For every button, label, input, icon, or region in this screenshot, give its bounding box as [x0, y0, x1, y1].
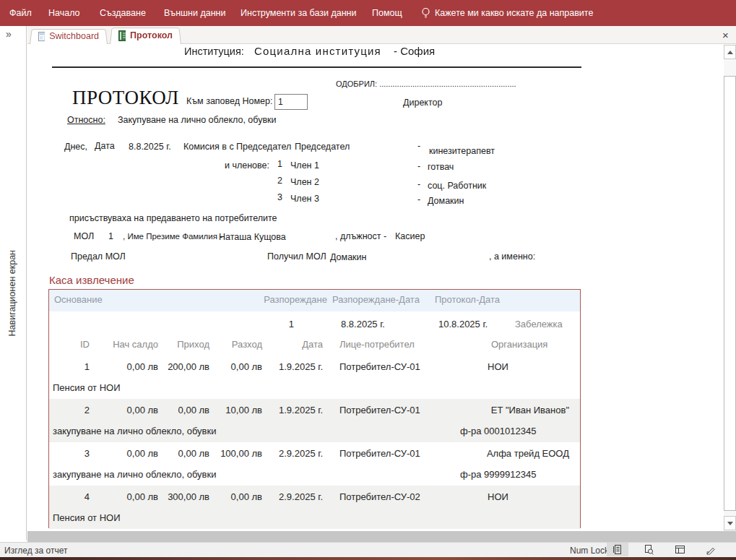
scroll-down-button[interactable] — [724, 516, 736, 530]
order-number[interactable]: 1 — [265, 319, 294, 329]
ribbon-tab-db-tools[interactable]: Инструменти за бази данни — [241, 8, 356, 18]
order-number-input[interactable]: 1 — [274, 94, 308, 110]
col-person: Лице-потребител — [339, 339, 415, 350]
member-role[interactable]: соц. Работник — [428, 181, 486, 191]
report-icon — [118, 30, 126, 41]
member-role[interactable]: Домакин — [428, 196, 464, 206]
order-date[interactable]: 8.8.2025 г. — [341, 319, 385, 329]
col-expense: Разход — [213, 339, 262, 350]
cell-id: 4 — [71, 491, 90, 502]
today-date[interactable]: 8.8.2025 г. — [129, 142, 171, 152]
numlock-indicator: Num Lock — [556, 546, 609, 556]
member-role[interactable]: готвач — [428, 162, 454, 172]
member-name[interactable]: Член 2 — [290, 177, 319, 187]
tab-protokol-label: Протокол — [130, 30, 173, 40]
cell-expense: 10,00 лв — [213, 405, 262, 415]
member-name[interactable]: Член 3 — [290, 194, 319, 204]
report-view-icon — [612, 544, 623, 555]
cell-organization: Алфа трейд ЕООД — [404, 448, 569, 459]
approved-label: ОДОБРИЛ: ...............................… — [336, 79, 516, 88]
mol-label: МОЛ — [74, 231, 94, 241]
cell-invoice: ф-ра 9999912345 — [460, 469, 536, 480]
ribbon-tab-home[interactable]: Начало — [48, 8, 80, 18]
commission-label: Комисия в с — [183, 142, 234, 152]
navigation-pane-collapsed[interactable]: » Навигационен екран — [0, 26, 27, 540]
window-bottom-edge — [0, 557, 736, 560]
cell-note: Пенсия от НОИ — [53, 382, 121, 393]
ribbon-tab-file[interactable]: Файл — [9, 8, 32, 18]
report-view-button[interactable] — [607, 543, 628, 556]
mol-num[interactable]: 1 — [108, 231, 113, 241]
cell-note: Пенсия от НОИ — [53, 512, 121, 523]
cell-organization: НОИ — [404, 361, 569, 372]
institution-city[interactable]: - София — [394, 45, 435, 57]
re-value[interactable]: Закупуване на лично облекло, обувки — [118, 115, 277, 125]
mol-pos[interactable]: Касиер — [395, 231, 425, 241]
protocol-date[interactable]: 10.8.2025 г. — [438, 319, 488, 329]
institution-value[interactable]: Социална институция — [254, 45, 381, 57]
col-protokol-data: Протокол-Дата — [435, 294, 500, 305]
note-column-label: Забележка — [515, 319, 563, 329]
member-name[interactable]: Член 1 — [290, 160, 319, 171]
mol-name[interactable]: Наташа Кущова — [219, 232, 286, 242]
tab-protokol-active[interactable]: Протокол — [110, 27, 181, 44]
cell-note: закупуване на лично облекло, обувки — [53, 426, 216, 436]
cell-id: 2 — [71, 405, 90, 415]
col-razporezhdane-data: Разпореждане-Дата — [332, 294, 420, 305]
print-preview-button[interactable] — [638, 543, 659, 556]
up-arrow-icon — [727, 51, 733, 54]
horizontal-scrollbar-track[interactable] — [27, 531, 736, 542]
table-record[interactable]: 1 0,00 лв 200,00 лв 0,00 лв 1.9.2025 г. … — [49, 356, 580, 399]
col-id: ID — [71, 339, 90, 350]
protocol-title: ПРОТОКОЛ — [72, 87, 179, 109]
cell-date: 1.9.2025 г. — [271, 361, 323, 372]
scrollbar-thumb[interactable] — [724, 76, 736, 511]
ribbon: Файл Начало Създаване Външни данни Инстр… — [0, 0, 736, 26]
order-number-label: Към заповед Номер: — [186, 96, 272, 106]
down-arrow-icon — [727, 522, 733, 525]
chair-name[interactable]: Председател — [295, 142, 350, 152]
cell-income: 0,00 лв — [163, 448, 209, 459]
close-tab-icon[interactable]: × — [722, 29, 729, 41]
namely-label: , а именно: — [489, 251, 535, 262]
cell-expense: 100,00 лв — [213, 448, 262, 459]
col-date: Дата — [271, 339, 323, 350]
col-razporezhdane: Разпореждане — [251, 294, 327, 305]
cell-income: 300,00 лв — [163, 491, 209, 502]
cell-expense: 0,00 лв — [213, 361, 262, 372]
design-view-button[interactable] — [700, 543, 722, 556]
tell-me-box[interactable]: Кажете ми какво искате да направите — [435, 8, 593, 18]
table-record[interactable]: 2 0,00 лв 0,00 лв 10,00 лв 1.9.2025 г. П… — [49, 399, 580, 442]
nav-expand-icon[interactable]: » — [6, 28, 12, 40]
tab-switchboard[interactable]: Switchboard — [30, 28, 108, 44]
switchboard-form-icon — [38, 32, 45, 41]
mol-pos-label: , длъжност - — [335, 231, 386, 241]
scroll-up-button[interactable] — [724, 45, 736, 59]
table-header-band: Основание Разпореждане Разпореждане-Дата… — [49, 290, 580, 311]
received-value[interactable]: Домакин — [330, 252, 366, 262]
column-header-row: ID Нач салдо Приход Разход Дата Лице-пот… — [49, 339, 580, 353]
table-record[interactable]: 3 0,00 лв 0,00 лв 100,00 лв 2.9.2025 г. … — [49, 442, 580, 486]
cell-start-balance: 0,00 лв — [94, 405, 158, 415]
cell-start-balance: 0,00 лв — [94, 361, 158, 372]
ribbon-tab-external-data[interactable]: Външни данни — [164, 8, 225, 18]
ribbon-tab-create[interactable]: Създаване — [100, 8, 146, 18]
cell-date: 1.9.2025 г. — [271, 405, 323, 415]
ribbon-tab-help[interactable]: Помощ — [372, 8, 402, 18]
institution-label: Институция: — [184, 46, 244, 57]
header-rule — [52, 66, 581, 68]
approved-title: Директор — [403, 98, 442, 108]
chair-role[interactable]: кинезитерапевт — [429, 146, 495, 156]
chair-dash: - — [417, 141, 420, 151]
order-values-row: 1 8.8.2025 г. 10.8.2025 г. Забележка — [49, 319, 580, 333]
layout-view-icon — [675, 544, 685, 555]
received-label: Получил МОЛ — [267, 251, 326, 262]
layout-view-button[interactable] — [669, 543, 690, 556]
lightbulb-icon — [420, 7, 431, 19]
table-record[interactable]: 4 0,00 лв 300,00 лв 0,00 лв 2.9.2025 г. … — [49, 486, 580, 529]
order-number-value: 1 — [278, 97, 283, 107]
cash-statement-table: Основание Разпореждане Разпореждане-Дата… — [48, 289, 581, 528]
print-preview-icon — [644, 544, 654, 555]
design-view-icon — [706, 544, 716, 555]
cell-date: 2.9.2025 г. — [271, 448, 323, 459]
